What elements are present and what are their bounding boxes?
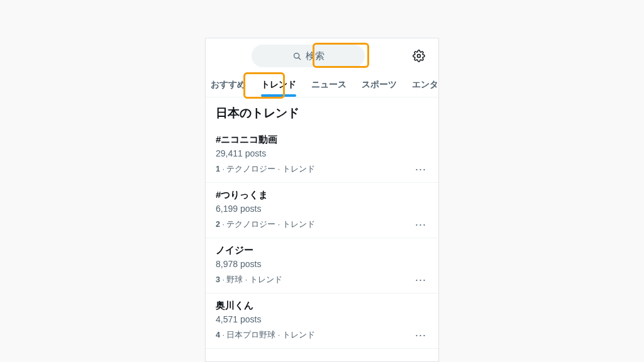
trend-meta: 2 · テクノロジー · トレンド: [216, 219, 315, 230]
header-row: 検索: [206, 38, 438, 72]
tabs: おすすめ トレンド ニュース スポーツ エンターテイ: [206, 72, 438, 97]
trend-more-button[interactable]: ···: [413, 274, 428, 285]
trend-count: 6,199 posts: [216, 204, 428, 214]
svg-point-0: [294, 53, 299, 58]
tab-label: ニュース: [311, 79, 347, 90]
gear-icon: [413, 50, 425, 62]
trend-more-button[interactable]: ···: [413, 219, 428, 230]
tab-recommended[interactable]: おすすめ: [208, 72, 253, 97]
section-title: 日本のトレンド: [206, 97, 438, 128]
trend-item[interactable]: #ニコニコ動画 29,411 posts 1 · テクノロジー · トレンド ·…: [206, 128, 438, 183]
trend-more-button[interactable]: ···: [413, 329, 428, 341]
search-placeholder: 検索: [306, 50, 325, 62]
search-wrap: 検索: [214, 45, 402, 67]
tab-sports[interactable]: スポーツ: [354, 72, 404, 97]
svg-point-2: [418, 55, 421, 58]
trend-name: ノイジー: [216, 244, 428, 256]
tab-trend[interactable]: トレンド: [253, 72, 304, 97]
tab-label: スポーツ: [362, 79, 397, 90]
tab-label: おすすめ: [211, 79, 246, 90]
trend-item[interactable]: 奥川くん 4,571 posts 4 · 日本プロ野球 · トレンド ···: [206, 293, 438, 349]
trend-count: 8,978 posts: [216, 259, 428, 269]
trend-name: #ニコニコ動画: [216, 134, 428, 146]
explore-panel: 検索 おすすめ トレンド ニュース スポーツ エンターテイ 日本のトレンド #ニ…: [205, 38, 439, 362]
trend-item[interactable]: ノイジー 8,978 posts 3 · 野球 · トレンド ···: [206, 238, 438, 293]
settings-button[interactable]: [408, 45, 430, 67]
trend-meta: 3 · 野球 · トレンド: [216, 275, 282, 285]
svg-line-1: [298, 57, 300, 59]
tab-label: エンターテイ: [412, 79, 438, 90]
trend-meta: 1 · テクノロジー · トレンド: [216, 164, 315, 175]
tab-news[interactable]: ニュース: [304, 72, 354, 97]
trend-item[interactable]: #つりっくま 6,199 posts 2 · テクノロジー · トレンド ···: [206, 183, 438, 238]
trend-more-button[interactable]: ···: [413, 163, 428, 175]
search-input[interactable]: 検索: [252, 45, 365, 67]
trend-count: 29,411 posts: [216, 148, 428, 158]
tab-entertainment[interactable]: エンターテイ: [404, 72, 438, 97]
search-icon: [292, 52, 302, 61]
trend-meta: 4 · 日本プロ野球 · トレンド: [216, 330, 315, 341]
trend-name: #つりっくま: [216, 189, 428, 201]
trend-count: 4,571 posts: [216, 314, 428, 324]
trend-name: 奥川くん: [216, 300, 428, 312]
tab-label: トレンド: [261, 79, 296, 90]
